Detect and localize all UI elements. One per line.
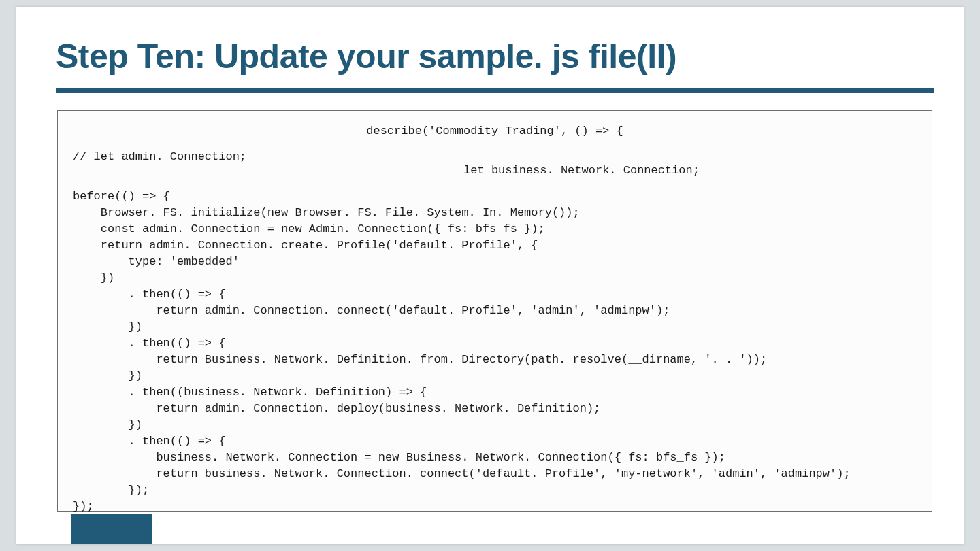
slide: Step Ten: Update your sample. js file(II… [16,7,964,544]
footer-accent-block [71,514,152,544]
code-comment-admin-connection: // let admin. Connection; [73,148,246,179]
code-line-declarations: // let admin. Connection; let business. … [73,148,917,179]
code-body: before(() => { Browser. FS. initialize(n… [73,188,917,515]
code-line-describe: describe('Commodity Trading', () => { [73,123,917,139]
code-box: describe('Commodity Trading', () => { //… [57,110,932,512]
slide-title: Step Ten: Update your sample. js file(II… [56,37,676,76]
title-underline [56,88,934,93]
code-let-business-network: let business. Network. Connection; [246,148,917,179]
